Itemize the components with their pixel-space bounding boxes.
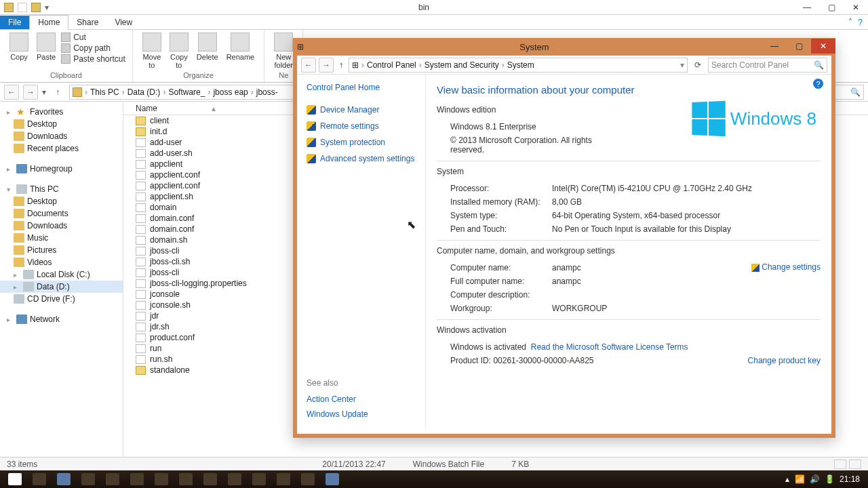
taskbar-app-7[interactable] <box>174 470 198 488</box>
taskbar-app-5[interactable] <box>125 470 149 488</box>
file-icon <box>136 236 146 245</box>
sys-search[interactable]: Search Control Panel🔍 <box>708 58 827 73</box>
tree-desktop2[interactable]: Desktop <box>0 195 123 207</box>
section-computername: Computer name, domain, and workgroup set… <box>437 246 821 256</box>
tree-desktop[interactable]: Desktop <box>0 118 123 130</box>
qat-folder-icon[interactable] <box>31 3 41 12</box>
cut-button[interactable]: Cut <box>61 33 125 42</box>
tree-thispc[interactable]: ▾This PC <box>0 183 123 195</box>
sys-back-button[interactable]: ← <box>301 58 316 73</box>
taskbar-system[interactable] <box>320 470 344 488</box>
taskbar-explorer[interactable] <box>52 470 76 488</box>
clock[interactable]: 21:18 <box>840 474 860 484</box>
taskbar-app-3[interactable] <box>76 470 100 488</box>
sys-minimize-button[interactable]: — <box>762 39 787 54</box>
explorer-sidebar: ▸★Favorites Desktop Downloads Recent pla… <box>0 102 123 457</box>
windows-update-link[interactable]: Windows Update <box>307 407 368 422</box>
tray-battery-icon[interactable]: 🔋 <box>825 474 834 484</box>
sys-close-button[interactable]: ✕ <box>811 39 835 54</box>
taskbar-app-9[interactable] <box>222 470 247 488</box>
file-name: jconsole <box>150 289 180 299</box>
file-icon <box>136 138 146 147</box>
tree-downloads[interactable]: Downloads <box>0 130 123 142</box>
tray-volume-icon[interactable]: 🔊 <box>810 474 819 484</box>
taskbar: ▴ 📶 🔊 🔋 21:18 <box>0 470 868 488</box>
tree-cd[interactable]: CD Drive (F:) <box>0 293 123 305</box>
back-button[interactable]: ← <box>4 85 19 100</box>
file-icon <box>136 323 146 331</box>
tray-up-icon[interactable]: ▴ <box>785 474 789 484</box>
change-productkey-link[interactable]: Change product key <box>748 356 821 365</box>
paste-button[interactable]: Paste <box>33 31 60 62</box>
sys-breadcrumb[interactable]: ⊞ ›Control Panel ›System and Security ›S… <box>349 58 688 73</box>
taskbar-app-1[interactable] <box>27 470 52 488</box>
tree-network[interactable]: ▸Network <box>0 313 123 325</box>
tree-localdisk[interactable]: ▸Local Disk (C:) <box>0 268 123 281</box>
maximize-button[interactable]: ▢ <box>819 0 844 15</box>
device-manager-link[interactable]: Device Manager <box>307 102 416 118</box>
tree-pictures[interactable]: Pictures <box>0 244 123 256</box>
close-button[interactable]: ✕ <box>844 0 868 15</box>
file-name: domain.sh <box>150 235 187 245</box>
sys-refresh-button[interactable]: ⟳ <box>690 58 705 73</box>
system-titlebar[interactable]: ⊞ System — ▢ ✕ <box>293 38 835 56</box>
up-button[interactable]: ↑ <box>50 85 65 100</box>
file-icon <box>136 247 146 256</box>
change-settings-link[interactable]: Change settings <box>751 262 821 272</box>
history-dropdown-icon[interactable]: ▾ <box>42 87 46 97</box>
ram-value: 8,00 GB <box>552 197 821 207</box>
tree-music[interactable]: Music <box>0 232 123 244</box>
tab-file[interactable]: File <box>0 16 29 29</box>
explorer-app-icon <box>4 3 14 12</box>
tree-homegroup[interactable]: ▸Homegroup <box>0 163 123 175</box>
view-large-icon[interactable] <box>849 460 861 469</box>
action-center-link[interactable]: Action Center <box>307 392 368 407</box>
tab-home[interactable]: Home <box>29 15 68 30</box>
license-terms-link[interactable]: Read the Microsoft Software License Term… <box>531 342 688 352</box>
taskbar-app-10[interactable] <box>247 470 271 488</box>
delete-button[interactable]: Delete <box>193 31 222 62</box>
taskbar-app-11[interactable] <box>271 470 296 488</box>
taskbar-app-12[interactable] <box>296 470 320 488</box>
tree-videos[interactable]: Videos <box>0 256 123 268</box>
sys-maximize-button[interactable]: ▢ <box>787 39 811 54</box>
forward-button[interactable]: → <box>23 85 38 100</box>
advanced-settings-link[interactable]: Advanced system settings <box>307 150 416 167</box>
control-panel-home-link[interactable]: Control Panel Home <box>307 83 416 92</box>
moveto-button[interactable]: Move to <box>138 31 165 70</box>
qat-dropdown-icon[interactable]: ▾ <box>45 3 49 12</box>
taskbar-app-6[interactable] <box>149 470 174 488</box>
explorer-titlebar: ▾ bin — ▢ ✕ <box>0 0 868 15</box>
tab-view[interactable]: View <box>106 16 140 29</box>
pasteshortcut-button[interactable]: Paste shortcut <box>61 54 125 64</box>
file-name: product.conf <box>150 333 195 342</box>
minimize-button[interactable]: — <box>795 0 819 15</box>
help-icon[interactable]: ? <box>813 79 823 89</box>
tree-recent[interactable]: Recent places <box>0 142 123 155</box>
tree-downloads2[interactable]: Downloads <box>0 220 123 232</box>
file-icon <box>136 290 146 299</box>
ribbon-help-icon[interactable]: ? <box>858 18 863 27</box>
ribbon-collapse-icon[interactable]: ˄ <box>848 18 852 27</box>
ribbon-group-organize: Organize <box>183 71 214 81</box>
sys-up-button[interactable]: ↑ <box>336 60 346 70</box>
system-protection-link[interactable]: System protection <box>307 134 416 150</box>
remote-settings-link[interactable]: Remote settings <box>307 118 416 134</box>
taskbar-app-8[interactable] <box>198 470 222 488</box>
tray-network-icon[interactable]: 📶 <box>795 474 804 484</box>
copy-button[interactable]: Copy <box>5 31 33 62</box>
qat-newdoc-icon[interactable] <box>18 3 27 12</box>
sys-forward-button[interactable]: → <box>319 58 334 73</box>
view-details-icon[interactable] <box>834 460 846 469</box>
tree-favorites[interactable]: ▸★Favorites <box>0 106 123 118</box>
tab-share[interactable]: Share <box>68 16 106 29</box>
tree-data[interactable]: ▸Data (D:) <box>0 281 123 293</box>
copyto-button[interactable]: Copy to <box>165 31 193 70</box>
tree-documents[interactable]: Documents <box>0 207 123 220</box>
file-icon <box>136 192 146 201</box>
copypath-button[interactable]: Copy path <box>61 43 125 53</box>
file-name: jboss-cli.sh <box>150 257 190 266</box>
rename-button[interactable]: Rename <box>222 31 259 62</box>
start-button[interactable] <box>3 470 27 488</box>
taskbar-app-4[interactable] <box>100 470 125 488</box>
